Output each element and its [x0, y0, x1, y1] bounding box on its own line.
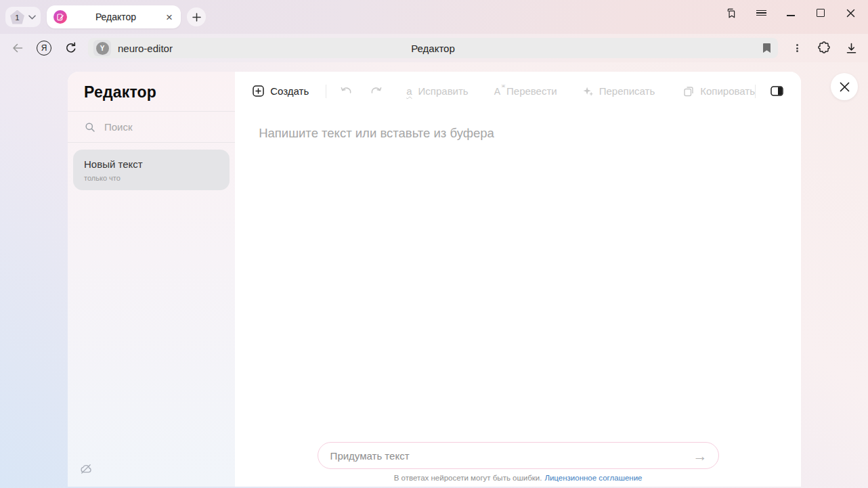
- editor-toolbar: Создать: [235, 72, 801, 110]
- close-editor-button[interactable]: [831, 73, 858, 100]
- divider: [326, 85, 326, 98]
- document-list: Новый текст только что: [68, 143, 235, 197]
- rewrite-button[interactable]: Переписать: [583, 85, 655, 97]
- tab-editor[interactable]: Редактор ×: [47, 5, 181, 28]
- undo-icon: [340, 86, 353, 97]
- window-controls: [726, 7, 856, 18]
- site-protect-icon[interactable]: Y: [93, 40, 111, 56]
- send-arrow-icon[interactable]: →: [691, 449, 710, 463]
- sparkles-icon: [583, 86, 593, 96]
- yandex-button[interactable]: Я: [37, 41, 51, 56]
- plus-icon: [192, 13, 201, 22]
- prompt-input[interactable]: [330, 450, 691, 462]
- tab-title: Редактор: [67, 12, 165, 22]
- document-title: Новый текст: [84, 158, 219, 170]
- download-icon[interactable]: [844, 42, 858, 55]
- minimize-button[interactable]: [785, 7, 796, 18]
- chevron-down-icon: [28, 15, 36, 20]
- side-panels-icon[interactable]: [726, 7, 737, 18]
- editor-placeholder: Напишите текст или вставьте из буфера: [259, 126, 777, 141]
- fix-label: Исправить: [418, 85, 469, 97]
- editor-area[interactable]: Напишите текст или вставьте из буфера: [235, 110, 801, 487]
- app-sidebar: Редактор Поиск Новый текст только что: [68, 72, 235, 487]
- close-icon: [839, 81, 850, 93]
- search-input[interactable]: Поиск: [68, 112, 235, 142]
- cloud-off-icon: [80, 464, 92, 474]
- browser-window: 1 Редактор ×: [0, 0, 868, 488]
- search-icon: [85, 122, 95, 133]
- url-text: neuro-editor: [118, 43, 173, 54]
- redo-icon: [370, 86, 383, 97]
- menu-icon[interactable]: [756, 7, 766, 18]
- redo-button[interactable]: [370, 86, 383, 97]
- divider: [755, 85, 756, 98]
- list-item-new-text[interactable]: Новый текст только что: [73, 150, 230, 190]
- search-placeholder: Поиск: [104, 121, 133, 133]
- undo-button[interactable]: [340, 86, 353, 97]
- refresh-button[interactable]: [65, 42, 77, 54]
- bookmark-icon[interactable]: [762, 43, 771, 53]
- more-options-icon[interactable]: [790, 43, 804, 53]
- translate-label: Перевести: [506, 85, 557, 97]
- close-window-button[interactable]: [845, 7, 856, 18]
- browser-toolbar: Я Y neuro-editor Редактор: [0, 34, 868, 62]
- translate-button[interactable]: Aж Перевести: [494, 85, 557, 97]
- maximize-button[interactable]: [815, 7, 826, 18]
- rewrite-label: Переписать: [599, 85, 655, 97]
- create-button[interactable]: Создать: [253, 85, 309, 97]
- copy-label: Копировать: [700, 85, 755, 97]
- translate-icon: Aж: [494, 86, 500, 97]
- new-tab-button[interactable]: [187, 7, 206, 26]
- tab-count-badge: 1: [10, 10, 24, 24]
- split-view-button[interactable]: [771, 86, 783, 96]
- create-label: Создать: [270, 85, 309, 97]
- page-background: Редактор Поиск Новый текст только что: [0, 62, 868, 488]
- copy-icon: [683, 86, 694, 97]
- browser-chrome: 1 Редактор ×: [0, 0, 868, 62]
- license-link[interactable]: Лицензионное соглашение: [544, 474, 642, 482]
- address-bar[interactable]: Y neuro-editor Редактор: [88, 38, 778, 58]
- app-logo: Редактор: [68, 72, 235, 111]
- sync-status[interactable]: [68, 464, 235, 487]
- yandex-glyph: Я: [41, 43, 47, 53]
- plus-square-icon: [253, 85, 264, 97]
- ai-disclaimer: В ответах нейросети могут быть ошибки.Ли…: [394, 474, 643, 482]
- tab-close-icon[interactable]: ×: [165, 12, 174, 23]
- copy-button[interactable]: Копировать: [683, 85, 755, 97]
- editor-favicon-icon: [53, 10, 67, 24]
- back-button[interactable]: [11, 42, 24, 54]
- document-timestamp: только что: [84, 174, 219, 182]
- prompt-area: → В ответах нейросети могут быть ошибки.…: [235, 442, 801, 487]
- editor-main: Создать: [235, 72, 801, 487]
- extensions-puzzle-icon[interactable]: [817, 41, 831, 55]
- tab-counter-button[interactable]: 1: [5, 7, 41, 27]
- prompt-bar: →: [318, 442, 719, 469]
- fix-button[interactable]: a Исправить: [406, 85, 468, 97]
- split-panel-icon: [771, 86, 783, 96]
- editor-app-panel: Редактор Поиск Новый текст только что: [68, 72, 801, 487]
- spellcheck-icon: a: [406, 85, 412, 97]
- address-bar-page-title: Редактор: [88, 43, 778, 54]
- tab-strip: 1 Редактор ×: [0, 0, 868, 34]
- disclaimer-text: В ответах нейросети могут быть ошибки.: [394, 474, 542, 482]
- toolbar-right-buttons: [790, 41, 858, 55]
